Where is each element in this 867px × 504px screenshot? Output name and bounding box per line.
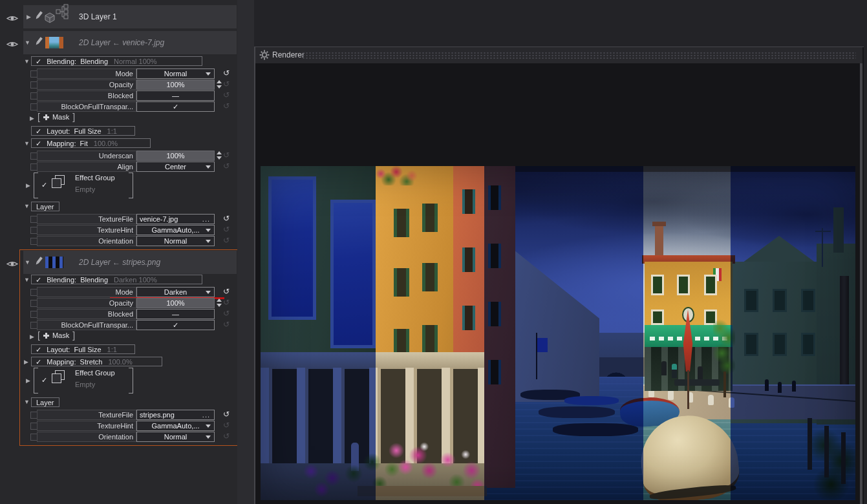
blocked-field[interactable]: — <box>136 309 215 319</box>
reset-icon[interactable]: ↺ <box>223 410 230 419</box>
align-dropdown[interactable]: Center <box>136 162 215 172</box>
scene-hanging-flowers <box>370 166 422 185</box>
check-icon[interactable]: ✓ <box>36 58 41 65</box>
scene-chimney-cap <box>652 222 666 226</box>
expander-collapsed-icon[interactable]: ▶ <box>26 378 30 384</box>
blending-header[interactable]: ✓ Blending: Blending Darken 100% <box>31 275 202 284</box>
blending-header[interactable]: ✓ Blending: Blending Normal 100% <box>31 56 202 66</box>
reset-icon[interactable]: ↺ <box>223 320 230 330</box>
renderer-header[interactable]: Renderer <box>255 47 862 63</box>
expander-collapsed-icon[interactable]: ▶ <box>26 183 30 189</box>
reset-icon[interactable]: ↺ <box>223 151 230 160</box>
reset-icon[interactable]: ↺ <box>223 101 230 111</box>
expander-expanded-icon[interactable]: ▼ <box>24 204 30 209</box>
orientation-label: Orientation <box>37 236 136 246</box>
layer-stripes-label[interactable]: 2D Layer ← stripes.png <box>79 258 160 267</box>
check-icon[interactable]: ✓ <box>41 181 47 189</box>
expander-collapsed-icon[interactable]: ▶ <box>30 116 34 121</box>
scene-tree-trunk <box>723 372 726 397</box>
check-icon[interactable]: ✓ <box>36 346 41 353</box>
spinner-control[interactable] <box>217 80 222 89</box>
texture-file-field[interactable]: stripes.png... <box>136 410 215 420</box>
check-icon[interactable]: ✓ <box>41 376 47 384</box>
layout-header[interactable]: ✓ Layout: Full Size 1:1 <box>31 126 135 136</box>
renderer-panel-right-border <box>860 47 862 504</box>
underscan-field[interactable]: 100% <box>136 151 215 161</box>
chevron-down-icon <box>206 425 211 428</box>
browse-button[interactable]: ... <box>202 410 210 419</box>
effect-group[interactable]: ✓ Effect Group Empty <box>34 368 133 394</box>
layer-venice-label[interactable]: 2D Layer ← venice-7.jpg <box>79 38 164 47</box>
check-icon[interactable]: ✓ <box>36 127 41 135</box>
expander-collapsed-icon[interactable]: ▶ <box>27 14 31 20</box>
effect-group[interactable]: ✓ Effect Group Empty <box>34 173 133 198</box>
browse-button[interactable]: ... <box>202 215 210 224</box>
orientation-dropdown[interactable]: Normal <box>136 236 215 246</box>
texture-file-field[interactable]: venice-7.jpg... <box>136 214 215 224</box>
spinner-control[interactable] <box>217 299 222 307</box>
reset-icon[interactable]: ↺ <box>223 236 230 246</box>
edit-pencil-icon[interactable] <box>35 257 43 269</box>
orientation-dropdown[interactable]: Normal <box>136 432 215 442</box>
scene-shop-awning <box>645 325 733 350</box>
drag-handle-dots[interactable] <box>302 52 856 59</box>
layer-3d-label[interactable]: 3D Layer 1 <box>79 12 117 21</box>
blocked-field[interactable]: — <box>136 90 215 101</box>
mapping-header[interactable]: ✓ Mapping: Stretch 100.0% <box>31 357 162 366</box>
layer-section-badge[interactable]: Layer <box>31 397 59 407</box>
mask-group[interactable]: [ Mask ] <box>37 112 75 121</box>
reset-icon[interactable]: ↺ <box>223 79 230 89</box>
check-icon[interactable]: ✓ <box>36 276 41 284</box>
chevron-down-icon <box>206 436 211 439</box>
edit-pencil-icon[interactable] <box>35 37 43 49</box>
visibility-eye-icon[interactable] <box>6 258 18 270</box>
layer-section-badge[interactable]: Layer <box>31 202 59 211</box>
texture-hint-dropdown[interactable]: GammaAuto,... <box>136 225 215 235</box>
spinner-control[interactable] <box>217 151 222 160</box>
mode-dropdown[interactable]: Normal <box>136 68 215 79</box>
edit-pencil-icon[interactable] <box>35 11 43 23</box>
reset-icon[interactable]: ↺ <box>223 298 230 308</box>
reset-icon[interactable]: ↺ <box>223 214 230 224</box>
panel-splitter[interactable] <box>237 0 254 504</box>
reset-icon[interactable]: ↺ <box>223 421 230 430</box>
block-on-full-transparency-field[interactable]: ✓ <box>136 320 215 330</box>
layout-header[interactable]: ✓ Layout: Full Size 1:1 <box>31 344 135 354</box>
mapping-title: Mapping: Stretch <box>47 358 102 366</box>
cube-3d-icon <box>44 12 56 26</box>
visibility-eye-icon[interactable] <box>6 39 18 50</box>
check-icon[interactable]: ✓ <box>36 358 41 366</box>
opacity-field[interactable]: 100% <box>136 298 215 308</box>
texture-hint-label: TextureHint <box>37 421 136 431</box>
mask-group[interactable]: [ Mask ] <box>37 331 75 340</box>
expander-collapsed-icon[interactable]: ▶ <box>30 334 34 340</box>
expander-expanded-icon[interactable]: ▼ <box>25 260 30 266</box>
expander-collapsed-icon[interactable]: ▶ <box>24 359 28 365</box>
venice-thumbnail <box>45 37 63 48</box>
stripe-overlay-center <box>484 166 643 500</box>
expander-expanded-icon[interactable]: ▼ <box>24 141 30 147</box>
reset-icon[interactable]: ↺ <box>223 287 230 297</box>
scene-oval-sign <box>682 307 694 322</box>
texture-hint-dropdown[interactable]: GammaAuto,... <box>136 421 215 431</box>
renderer-viewport-image[interactable] <box>261 166 855 500</box>
block-on-full-transparency-field[interactable]: ✓ <box>136 101 215 112</box>
gear-icon <box>259 50 270 63</box>
reset-icon[interactable]: ↺ <box>223 162 230 171</box>
expander-expanded-icon[interactable]: ▼ <box>25 40 30 46</box>
reset-icon[interactable]: ↺ <box>223 309 230 319</box>
check-icon[interactable]: ✓ <box>36 140 41 147</box>
reset-icon[interactable]: ↺ <box>223 90 230 100</box>
reset-icon[interactable]: ↺ <box>223 225 230 235</box>
scene-flowers <box>381 436 443 484</box>
opacity-field[interactable]: 100% <box>136 79 215 90</box>
expander-expanded-icon[interactable]: ▼ <box>24 277 30 283</box>
expander-expanded-icon[interactable]: ▼ <box>24 399 30 405</box>
expander-expanded-icon[interactable]: ▼ <box>24 59 30 65</box>
scene-flowers <box>430 444 489 497</box>
mapping-header[interactable]: ✓ Mapping: Fit 100.0% <box>31 138 151 148</box>
reset-icon[interactable]: ↺ <box>223 432 230 441</box>
visibility-eye-icon[interactable] <box>6 13 18 25</box>
mode-dropdown[interactable]: Darken <box>136 287 215 297</box>
reset-icon[interactable]: ↺ <box>223 68 230 78</box>
